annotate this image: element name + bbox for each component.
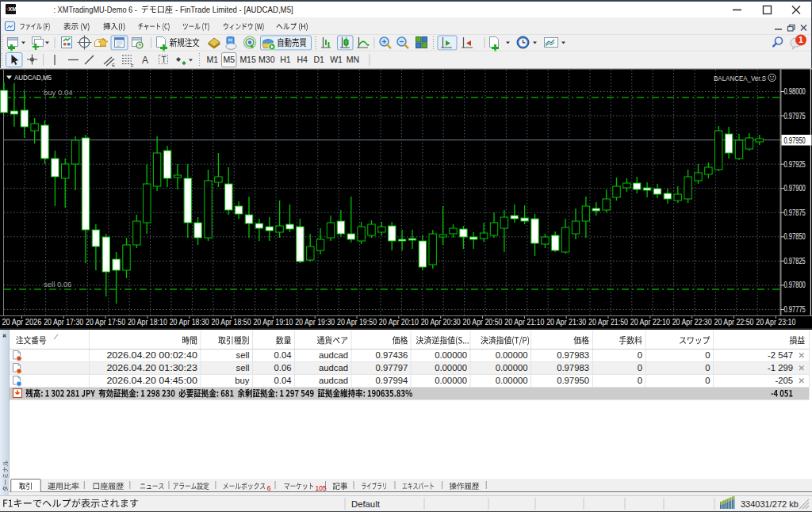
svg-text:0: 0 xyxy=(705,376,710,385)
svg-text:MN: MN xyxy=(347,55,359,64)
svg-text:0.00000: 0.00000 xyxy=(435,376,467,385)
svg-text:0.97797: 0.97797 xyxy=(376,363,408,373)
svg-text:audcad: audcad xyxy=(319,376,348,385)
svg-text:20 Apr 21:10: 20 Apr 21:10 xyxy=(504,318,544,327)
svg-text:20 Apr 20:30: 20 Apr 20:30 xyxy=(421,318,461,327)
svg-text:0.97436: 0.97436 xyxy=(376,350,408,360)
svg-text:2026.04.20 01:30:23: 2026.04.20 01:30:23 xyxy=(106,363,197,373)
svg-text:- FinTrade Limited - [AUDCAD,M: - FinTrade Limited - [AUDCAD,M5] xyxy=(175,5,293,14)
svg-text:105: 105 xyxy=(316,484,327,492)
svg-text:T: T xyxy=(162,55,167,64)
svg-text:0.97975: 0.97975 xyxy=(784,112,806,120)
svg-text:-1 299: -1 299 xyxy=(768,363,793,373)
svg-text:0.97800: 0.97800 xyxy=(784,281,806,289)
svg-text:0.97983: 0.97983 xyxy=(557,350,589,360)
svg-text:0.00000: 0.00000 xyxy=(496,363,528,373)
svg-text:0.97994: 0.97994 xyxy=(376,376,408,385)
svg-text:M30: M30 xyxy=(259,55,275,64)
svg-text:audcad: audcad xyxy=(319,350,348,360)
svg-text:20 Apr 22:30: 20 Apr 22:30 xyxy=(672,318,712,327)
svg-text:6: 6 xyxy=(267,484,271,492)
svg-text:0.04: 0.04 xyxy=(274,350,292,360)
svg-text:0.00000: 0.00000 xyxy=(435,363,467,373)
svg-text:-2 547: -2 547 xyxy=(768,350,793,360)
svg-text:M5: M5 xyxy=(224,55,236,64)
svg-text:0.97950: 0.97950 xyxy=(557,376,589,385)
svg-text:20 Apr 19:50: 20 Apr 19:50 xyxy=(337,318,377,327)
svg-text:0.00000: 0.00000 xyxy=(496,376,528,385)
svg-text:0: 0 xyxy=(638,363,642,373)
svg-text:-205: -205 xyxy=(775,376,793,385)
svg-text:20 Apr 21:30: 20 Apr 21:30 xyxy=(546,318,586,327)
svg-text:20 Apr 20:10: 20 Apr 20:10 xyxy=(379,318,419,327)
svg-text:0.00000: 0.00000 xyxy=(496,350,528,360)
svg-text:BALANCEA_Ver.S: BALANCEA_Ver.S xyxy=(714,74,766,82)
svg-text:0.06: 0.06 xyxy=(274,363,292,373)
svg-text:0.97983: 0.97983 xyxy=(557,363,589,373)
svg-text:20 Apr 18:10: 20 Apr 18:10 xyxy=(128,318,167,327)
svg-text:XM: XM xyxy=(9,6,17,12)
svg-text:H4: H4 xyxy=(297,55,308,64)
svg-text:M15: M15 xyxy=(239,55,256,64)
svg-text:audcad: audcad xyxy=(319,363,348,373)
svg-text:sell: sell xyxy=(236,350,250,360)
svg-text:buy: buy xyxy=(235,376,250,385)
svg-text:0: 0 xyxy=(638,350,642,360)
svg-text:20 Apr 20:50: 20 Apr 20:50 xyxy=(463,318,503,327)
svg-text:20 Apr 17:30: 20 Apr 17:30 xyxy=(44,318,83,327)
svg-text:20 Apr 22:10: 20 Apr 22:10 xyxy=(630,318,670,327)
svg-text:AUDCAD,M5: AUDCAD,M5 xyxy=(14,73,52,82)
svg-text:0: 0 xyxy=(705,350,710,360)
svg-text:E: E xyxy=(112,63,115,67)
svg-text:1: 1 xyxy=(799,35,803,44)
svg-text:0.98000: 0.98000 xyxy=(784,87,806,96)
svg-text:0.97950: 0.97950 xyxy=(784,136,806,145)
svg-text:W1: W1 xyxy=(330,55,343,64)
svg-text:0.97875: 0.97875 xyxy=(784,208,806,217)
svg-text:: XMTradingMU-Demo 6 -: : XMTradingMU-Demo 6 - xyxy=(53,5,137,14)
svg-text:0.97925: 0.97925 xyxy=(784,160,806,169)
svg-text:20 Apr 17:50: 20 Apr 17:50 xyxy=(86,318,125,327)
svg-text:0: 0 xyxy=(638,376,642,385)
svg-text:0.97825: 0.97825 xyxy=(784,257,806,266)
svg-text:20 Apr 18:50: 20 Apr 18:50 xyxy=(212,318,251,327)
svg-text:2026.04.20 04:45:00: 2026.04.20 04:45:00 xyxy=(106,376,197,385)
svg-text:sell: sell xyxy=(236,363,250,373)
svg-text:20 Apr 19:30: 20 Apr 19:30 xyxy=(295,318,335,327)
svg-text:20 Apr 19:10: 20 Apr 19:10 xyxy=(253,318,293,327)
svg-text:20 Apr 23:10: 20 Apr 23:10 xyxy=(756,318,795,327)
svg-text:Default: Default xyxy=(351,499,381,509)
svg-text:A: A xyxy=(142,55,148,66)
svg-text:F: F xyxy=(131,63,134,68)
svg-text:0.97900: 0.97900 xyxy=(784,184,806,193)
svg-text:0.97850: 0.97850 xyxy=(784,232,806,241)
svg-text:334031/272 kb: 334031/272 kb xyxy=(741,499,799,509)
svg-text:buy 0.04: buy 0.04 xyxy=(44,88,72,97)
svg-text:0.00000: 0.00000 xyxy=(435,350,467,360)
svg-text:M1: M1 xyxy=(207,55,219,64)
svg-text:20 Apr 18:30: 20 Apr 18:30 xyxy=(170,318,209,327)
svg-text:20 Apr 2026: 20 Apr 2026 xyxy=(2,318,41,327)
svg-text:0.97775: 0.97775 xyxy=(784,305,806,314)
svg-text:20 Apr 22:50: 20 Apr 22:50 xyxy=(714,318,754,327)
svg-text:H1: H1 xyxy=(280,55,291,64)
svg-text:2026.04.20 00:02:40: 2026.04.20 00:02:40 xyxy=(106,350,197,360)
svg-text:0.04: 0.04 xyxy=(274,376,292,385)
svg-text:sell 0.06: sell 0.06 xyxy=(44,280,71,288)
svg-text:D1: D1 xyxy=(313,55,324,64)
svg-text:0: 0 xyxy=(705,363,710,373)
svg-text:20 Apr 21:50: 20 Apr 21:50 xyxy=(588,318,628,327)
